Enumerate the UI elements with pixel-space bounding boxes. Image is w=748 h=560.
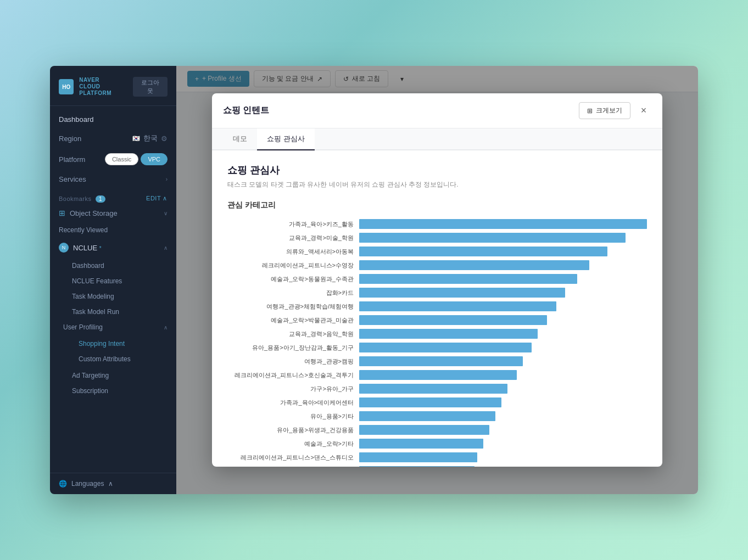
- sidebar-item-nclue-dashboard[interactable]: Dashboard: [50, 258, 176, 273]
- bar-label: 가구>유아_가구: [227, 385, 354, 393]
- bar-label: 잡화>카드: [227, 289, 354, 297]
- modal-overlay[interactable]: 쇼핑 인텐트 ⊞ 크게보기 × 데모 쇼핑 관심사: [176, 66, 698, 494]
- bar-fill: [359, 439, 483, 449]
- bar-label: 레크리에이션과_피트니스>호신술과_격투기: [227, 371, 354, 379]
- user-profiling-label: User Profiling: [63, 323, 103, 331]
- sidebar-item-nclue[interactable]: N NCLUE * ∧: [50, 238, 176, 257]
- bar-fill: [359, 288, 565, 298]
- app-container: HO NAVER CLOUD PLATFORM 로그아웃 Dashboard R…: [50, 66, 698, 494]
- platform-classic-btn[interactable]: Classic: [105, 153, 138, 165]
- exit-button[interactable]: 로그아웃: [133, 77, 168, 97]
- bar-row: 유아_용품>기타: [227, 411, 647, 421]
- bar-track: [359, 233, 647, 243]
- bar-row: 레크리에이션과_피트니스>호신술과_격투기: [227, 370, 647, 380]
- bar-label: 레크리에이션과_피트니스>수영장: [227, 261, 354, 270]
- bar-track: [359, 356, 647, 366]
- sidebar-item-task-modeling[interactable]: Task Modeling: [50, 289, 176, 304]
- globe-icon: 🌐: [59, 480, 67, 488]
- logo-icon: HO: [59, 79, 74, 94]
- dashboard-label: Dashboard: [59, 115, 94, 124]
- services-chevron-icon: ›: [166, 176, 168, 182]
- sidebar-item-custom-attributes[interactable]: Custom Attributes: [50, 351, 176, 367]
- content-title: 쇼핑 관심사: [227, 164, 647, 177]
- bar-label: 유아_용품>아기_장난감과_활동_기구: [227, 344, 354, 352]
- bar-fill: [359, 411, 495, 421]
- bar-track: [359, 397, 647, 407]
- sidebar-item-platform[interactable]: Platform Classic VPC: [50, 148, 176, 170]
- region-label: Region: [59, 135, 81, 143]
- language-label: Languages: [71, 480, 104, 488]
- logo-icon-text: HO: [62, 84, 70, 90]
- bar-track: [359, 315, 647, 325]
- modal-tabs: 데모 쇼핑 관심사: [212, 128, 662, 150]
- platform-vpc-btn[interactable]: VPC: [141, 153, 168, 165]
- sidebar-footer[interactable]: 🌐 Languages ∧: [50, 473, 176, 494]
- expand-icon: ⊞: [587, 107, 593, 115]
- bar-label: 의류와_액세서리>아동복: [227, 248, 354, 256]
- nclue-subnav: Dashboard NCLUE Features Task Modeling T…: [50, 257, 176, 400]
- bar-fill: [359, 397, 501, 407]
- tab-shopping-interest[interactable]: 쇼핑 관심사: [257, 128, 315, 150]
- bar-row: 여행과_관광>캠핑: [227, 356, 647, 366]
- sidebar-item-subscription[interactable]: Subscription: [50, 383, 176, 399]
- tab-demo[interactable]: 데모: [223, 128, 257, 150]
- sidebar-item-task-model-run[interactable]: Task Model Run: [50, 304, 176, 320]
- expand-button[interactable]: ⊞ 크게보기: [579, 102, 630, 119]
- bar-row: 예술과_오락>박물관과_미술관: [227, 315, 647, 325]
- bar-label: 예술과_오락>기타: [227, 440, 354, 448]
- modal: 쇼핑 인텐트 ⊞ 크게보기 × 데모 쇼핑 관심사: [212, 93, 662, 467]
- user-profiling-subnav: Shopping Intent Custom Attributes: [50, 335, 176, 368]
- bar-track: [359, 274, 647, 284]
- sidebar-item-region[interactable]: Region 🇰🇷 한국 ⚙: [50, 128, 176, 148]
- nclue-label-text: NCLUE *: [73, 244, 102, 252]
- main-content: + + Profile 생선 기능 및 요금 안내 ↗ ↺ 새로 고침 ▾ 쇼핑…: [176, 66, 698, 494]
- bar-fill: [359, 274, 577, 284]
- bar-label: 여행과_관광>체험학습/체험여행: [227, 303, 354, 311]
- bar-track: [359, 384, 647, 394]
- bar-track: [359, 466, 647, 467]
- bar-chart: 가족과_육아>키즈_활동교육과_경력>미술_학원의류와_액세서리>아동복레크리에…: [227, 219, 647, 467]
- bar-row: 교육과_경력>음악_학원: [227, 329, 647, 339]
- bar-label: 교육과_경력>미술_학원: [227, 234, 354, 242]
- region-value: 🇰🇷 한국 ⚙: [132, 133, 168, 143]
- sidebar-item-dashboard[interactable]: Dashboard: [50, 110, 176, 128]
- bar-row: 유아_용품>아기_장난감과_활동_기구: [227, 343, 647, 352]
- bar-fill: [359, 452, 477, 462]
- bar-row: 유아_용품>위생과_건강용품: [227, 425, 647, 435]
- bar-label: 유아_용품>기타: [227, 412, 354, 421]
- bar-fill: [359, 343, 532, 352]
- bar-track: [359, 343, 647, 352]
- bar-row: 레크리에이션과_피트니스>댄스_스튜디오: [227, 452, 647, 462]
- bar-fill: [359, 247, 607, 256]
- bar-label: 예술과_오락>동물원과_수족관: [227, 275, 354, 283]
- bar-track: [359, 425, 647, 435]
- platform-label: Platform: [59, 155, 85, 164]
- tab-shopping-interest-label: 쇼핑 관심사: [267, 135, 305, 143]
- object-storage-label: ⊞ Object Storage: [59, 209, 118, 217]
- sidebar-item-user-profiling[interactable]: User Profiling ∧: [50, 320, 176, 335]
- platform-toggle: Classic VPC: [105, 153, 168, 165]
- bar-row: 가구>유아_가구: [227, 384, 647, 394]
- bookmarks-edit-btn[interactable]: EDIT ∧: [146, 195, 168, 202]
- recently-viewed-header: Recently Viewed: [50, 222, 176, 238]
- close-button[interactable]: ×: [636, 103, 651, 119]
- sidebar-item-shopping-intent[interactable]: Shopping Intent: [50, 336, 176, 351]
- region-settings-icon[interactable]: ⚙: [161, 135, 168, 143]
- bar-row: 레크리에이션과_피트니스>수영장: [227, 260, 647, 270]
- nclue-icon: N: [59, 243, 69, 253]
- bar-fill: [359, 370, 517, 380]
- sidebar-header: HO NAVER CLOUD PLATFORM 로그아웃: [50, 66, 176, 106]
- bar-fill: [359, 219, 647, 229]
- region-flag-icon: 🇰🇷: [132, 135, 140, 142]
- bookmarks-section: Bookmarks 1 EDIT ∧: [50, 188, 176, 204]
- sidebar-item-nclue-features[interactable]: NCLUE Features: [50, 273, 176, 289]
- bar-track: [359, 370, 647, 380]
- bar-label: 가족과_육아>키즈_활동: [227, 220, 354, 228]
- bar-label: 유아_용품>위생과_건강용품: [227, 426, 354, 434]
- sidebar-item-object-storage[interactable]: ⊞ Object Storage ∨: [50, 204, 176, 222]
- bar-fill: [359, 301, 556, 311]
- bar-fill: [359, 315, 547, 325]
- sidebar-item-ad-targeting[interactable]: Ad Targeting: [50, 368, 176, 383]
- bookmarks-badge: 1: [96, 195, 105, 203]
- sidebar-item-services[interactable]: Services ›: [50, 170, 176, 188]
